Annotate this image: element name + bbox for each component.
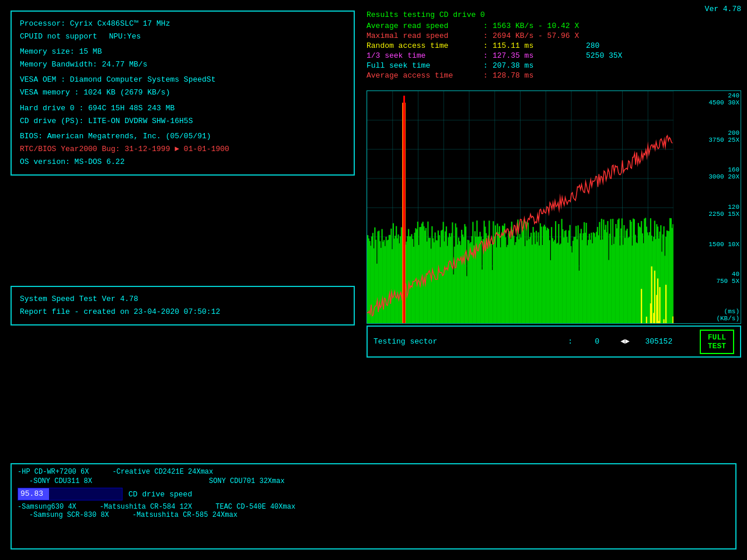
full-seek-value: 207.38 ms xyxy=(493,61,586,70)
avg-read-value: 1563 KB/s - 10.42 X xyxy=(493,22,586,30)
progress-value: 95.83 xyxy=(20,489,43,498)
progress-label: CD drive speed xyxy=(128,490,192,499)
bench-bottom-row: -Samsung630 4X -Matsushita CR-584 12X TE… xyxy=(18,503,729,511)
full-test-button[interactable]: FULLTEST xyxy=(700,330,734,354)
hd-row: Hard drive 0 : 694C 15H 48S 243 MB xyxy=(20,102,345,115)
avg-access-row: Average access time : 128.78 ms xyxy=(366,71,741,80)
speed-test-line1: System Speed Test Ver 4.78 xyxy=(20,293,345,306)
cpuid-label: CPUID not support xyxy=(20,32,97,41)
random-access-row: Random access time : 115.11 ms 280 xyxy=(366,41,741,50)
y-label-120-15x: 1202250 15X xyxy=(701,204,739,218)
y-label-240-30x: 2404500 30X xyxy=(701,92,739,106)
max-read-row: Maximal read speed : 2694 KB/s - 57.96 X xyxy=(366,32,741,40)
bench-creative: -Creative CD2421E 24Xmax xyxy=(112,468,213,476)
avg-access-label: Average access time xyxy=(366,71,483,80)
cpuid-row: CPUID not supportNPU:Yes xyxy=(20,30,345,43)
memory-size-label: Memory size xyxy=(20,47,70,56)
seek-third-label: 1/3 seek time xyxy=(366,51,483,60)
avg-read-label: Average read speed xyxy=(366,22,483,30)
sector-end: 305152 xyxy=(636,337,682,346)
y-label-units: (ms)(KB/s) xyxy=(701,308,739,322)
progress-bar-outer: 95.83 xyxy=(18,488,123,501)
full-seek-label: Full seek time xyxy=(366,61,483,70)
seek-third-value: 127.35 ms xyxy=(493,51,586,60)
random-access-label: Random access time xyxy=(366,41,483,50)
y-label-160-20x: 1603000 20X xyxy=(701,166,739,180)
speed-test-panel: System Speed Test Ver 4.78 Report file -… xyxy=(11,286,355,326)
bench-teac: TEAC CD-540E 40Xmax xyxy=(215,503,295,511)
vesa-oem-row: VESA OEM : Diamond Computer Systems Spee… xyxy=(20,74,345,86)
memory-size-value: : 15 MB xyxy=(70,47,102,56)
rtc-row: RTC/BIOS Year2000 Bug: 31-12-1999 ► 01-0… xyxy=(20,143,345,156)
bench-matsushita584: -Matsushita CR-584 12X xyxy=(100,503,192,511)
processor-label: Processor xyxy=(20,19,61,28)
full-seek-row: Full seek time : 207.38 ms xyxy=(366,61,741,70)
bench-bottom-row2: -Samsung SCR-830 8X -Matsushita CR-585 2… xyxy=(18,511,729,519)
sector-label: Testing sector xyxy=(374,337,562,346)
bench-mid-row: -SONY CDU311 8X SONY CDU701 32Xmax xyxy=(18,477,729,485)
seek-third-row: 1/3 seek time : 127.35 ms 5250 35X xyxy=(366,51,741,60)
sector-start: 0 xyxy=(580,337,615,346)
speed-test-line2: Report file - created on 23-04-2020 07:5… xyxy=(20,306,345,318)
random-access-value: 115.11 ms xyxy=(493,41,586,50)
y-label-200-25x: 2003750 25X xyxy=(701,130,739,144)
processor-value: : Cyrix Cx486SLC™ 17 MHz xyxy=(61,19,170,28)
bench-top-row: -HP CD-WR+7200 6X -Creative CD2421E 24Xm… xyxy=(18,468,729,476)
os-value: : MS-DOS 6.22 xyxy=(65,158,124,166)
memory-bw-row: Memory Bandwidth: 24.77 MB/s xyxy=(20,58,345,71)
bench-matsushita585: -Matsushita CR-585 24Xmax xyxy=(132,511,238,519)
bios-row: BIOS: American Megatrends, Inc. (05/05/9… xyxy=(20,130,345,143)
max-read-value: 2694 KB/s - 57.96 X xyxy=(493,32,586,40)
cd-row: CD drive (PS): LITE-ON DVDRW SHW-16H5S xyxy=(20,115,345,128)
results-header: Results testing CD drive 0 xyxy=(366,10,741,19)
bench-hp: -HP CD-WR+7200 6X xyxy=(18,468,89,476)
os-label: OS version xyxy=(20,158,65,166)
memory-size-row: Memory size: 15 MB xyxy=(20,46,345,58)
vesa-mem-row: VESA memory : 1024 KB (2679 KB/s) xyxy=(20,86,345,99)
y-label-10x: 1500 10X xyxy=(701,241,739,248)
chart-area: 2404500 30X 2003750 25X 1603000 20X 1202… xyxy=(366,90,741,324)
avg-access-value: 128.78 ms xyxy=(493,71,586,80)
max-read-label: Maximal read speed xyxy=(366,32,483,40)
sector-arrows: ◄► xyxy=(620,337,630,346)
y-label-5x: 40750 5X xyxy=(701,271,739,285)
results-panel: Results testing CD drive 0 Average read … xyxy=(366,10,741,81)
memory-bw-value: : 24.77 MB/s xyxy=(93,60,148,69)
bench-sony2: SONY CDU701 32Xmax xyxy=(209,477,285,485)
sector-bar: Testing sector : 0 ◄► 305152 FULLTEST xyxy=(366,326,741,358)
bench-sony1: -SONY CDU311 8X xyxy=(29,477,92,485)
sector-colon: : xyxy=(568,337,574,346)
system-info-panel: Processor: Cyrix Cx486SLC™ 17 MHz CPUID … xyxy=(11,10,355,176)
os-row: OS version: MS-DOS 6.22 xyxy=(20,156,345,169)
processor-row: Processor: Cyrix Cx486SLC™ 17 MHz xyxy=(20,18,345,30)
bench-samsung-scr: -Samsung SCR-830 8X xyxy=(29,511,109,519)
avg-read-row: Average read speed : 1563 KB/s - 10.42 X xyxy=(366,22,741,30)
cpuid-value: NPU:Yes xyxy=(109,32,141,41)
benchmark-panel: -HP CD-WR+7200 6X -Creative CD2421E 24Xm… xyxy=(11,463,736,550)
bench-samsung630: -Samsung630 4X xyxy=(18,503,76,511)
y-axis-labels: 2404500 30X 2003750 25X 1603000 20X 1202… xyxy=(701,91,739,323)
memory-bw-label: Memory Bandwidth xyxy=(20,60,93,69)
progress-row: 95.83 CD drive speed xyxy=(18,488,729,501)
